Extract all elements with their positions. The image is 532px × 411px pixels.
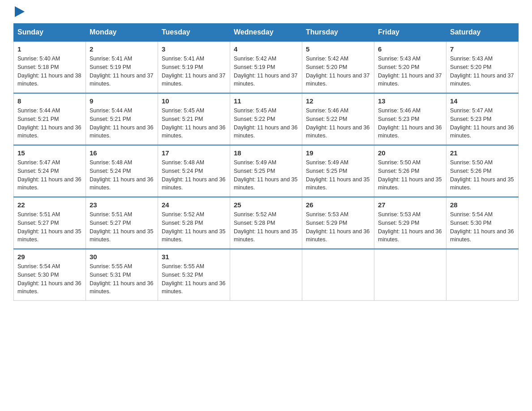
calendar-cell: 14Sunrise: 5:47 AMSunset: 5:23 PMDayligh…	[446, 93, 519, 145]
calendar-cell: 26Sunrise: 5:53 AMSunset: 5:29 PMDayligh…	[302, 197, 374, 249]
calendar-cell	[374, 249, 446, 301]
calendar-cell: 12Sunrise: 5:46 AMSunset: 5:22 PMDayligh…	[302, 93, 374, 145]
calendar-header-saturday: Saturday	[446, 24, 519, 42]
day-info: Sunrise: 5:49 AMSunset: 5:25 PMDaylight:…	[234, 158, 298, 192]
day-number: 28	[450, 201, 515, 209]
day-info: Sunrise: 5:54 AMSunset: 5:30 PMDaylight:…	[17, 262, 82, 296]
day-info: Sunrise: 5:48 AMSunset: 5:24 PMDaylight:…	[90, 158, 154, 192]
day-number: 10	[162, 97, 226, 105]
day-info: Sunrise: 5:50 AMSunset: 5:26 PMDaylight:…	[450, 158, 515, 192]
calendar-cell: 8Sunrise: 5:44 AMSunset: 5:21 PMDaylight…	[14, 93, 86, 145]
day-info: Sunrise: 5:55 AMSunset: 5:32 PMDaylight:…	[162, 262, 226, 296]
calendar-week-row: 15Sunrise: 5:47 AMSunset: 5:24 PMDayligh…	[14, 145, 519, 197]
day-number: 21	[450, 149, 515, 157]
day-number: 3	[162, 45, 226, 53]
day-number: 7	[450, 45, 515, 53]
svg-marker-0	[15, 6, 25, 17]
day-number: 25	[234, 201, 298, 209]
day-info: Sunrise: 5:46 AMSunset: 5:22 PMDaylight:…	[306, 107, 370, 140]
calendar-header-sunday: Sunday	[14, 24, 86, 42]
calendar-cell: 6Sunrise: 5:43 AMSunset: 5:20 PMDaylight…	[374, 41, 446, 93]
day-number: 9	[90, 97, 154, 105]
day-info: Sunrise: 5:49 AMSunset: 5:25 PMDaylight:…	[306, 158, 370, 192]
day-info: Sunrise: 5:55 AMSunset: 5:31 PMDaylight:…	[90, 262, 154, 296]
day-number: 4	[234, 45, 298, 53]
calendar-cell: 13Sunrise: 5:46 AMSunset: 5:23 PMDayligh…	[374, 93, 446, 145]
day-number: 18	[234, 149, 298, 157]
day-info: Sunrise: 5:47 AMSunset: 5:24 PMDaylight:…	[17, 158, 82, 192]
calendar-header-thursday: Thursday	[302, 24, 374, 42]
calendar-cell: 11Sunrise: 5:45 AMSunset: 5:22 PMDayligh…	[230, 93, 302, 145]
day-info: Sunrise: 5:42 AMSunset: 5:20 PMDaylight:…	[306, 55, 370, 88]
calendar-cell: 21Sunrise: 5:50 AMSunset: 5:26 PMDayligh…	[446, 145, 519, 197]
calendar-cell	[302, 249, 374, 301]
day-info: Sunrise: 5:51 AMSunset: 5:27 PMDaylight:…	[17, 210, 82, 244]
calendar-cell: 9Sunrise: 5:44 AMSunset: 5:21 PMDaylight…	[86, 93, 158, 145]
calendar-cell: 16Sunrise: 5:48 AMSunset: 5:24 PMDayligh…	[86, 145, 158, 197]
day-number: 31	[162, 253, 226, 261]
day-info: Sunrise: 5:51 AMSunset: 5:27 PMDaylight:…	[90, 210, 154, 244]
day-number: 20	[378, 149, 442, 157]
page-header	[13, 9, 519, 19]
day-number: 15	[17, 149, 82, 157]
calendar-cell: 7Sunrise: 5:43 AMSunset: 5:20 PMDaylight…	[446, 41, 519, 93]
day-info: Sunrise: 5:43 AMSunset: 5:20 PMDaylight:…	[450, 55, 515, 88]
calendar-header-monday: Monday	[86, 24, 158, 42]
day-number: 8	[17, 97, 82, 105]
calendar-cell: 4Sunrise: 5:42 AMSunset: 5:19 PMDaylight…	[230, 41, 302, 93]
calendar-cell: 31Sunrise: 5:55 AMSunset: 5:32 PMDayligh…	[158, 249, 230, 301]
calendar-cell: 22Sunrise: 5:51 AMSunset: 5:27 PMDayligh…	[14, 197, 86, 249]
calendar-cell: 28Sunrise: 5:54 AMSunset: 5:30 PMDayligh…	[446, 197, 519, 249]
day-number: 24	[162, 201, 226, 209]
calendar-cell: 25Sunrise: 5:52 AMSunset: 5:28 PMDayligh…	[230, 197, 302, 249]
calendar-cell: 19Sunrise: 5:49 AMSunset: 5:25 PMDayligh…	[302, 145, 374, 197]
day-info: Sunrise: 5:52 AMSunset: 5:28 PMDaylight:…	[162, 210, 226, 244]
calendar-cell: 24Sunrise: 5:52 AMSunset: 5:28 PMDayligh…	[158, 197, 230, 249]
day-number: 2	[90, 45, 154, 53]
day-number: 11	[234, 97, 298, 105]
calendar-cell: 15Sunrise: 5:47 AMSunset: 5:24 PMDayligh…	[14, 145, 86, 197]
calendar-week-row: 29Sunrise: 5:54 AMSunset: 5:30 PMDayligh…	[14, 249, 519, 301]
day-number: 17	[162, 149, 226, 157]
day-info: Sunrise: 5:53 AMSunset: 5:29 PMDaylight:…	[378, 210, 442, 244]
calendar-cell: 29Sunrise: 5:54 AMSunset: 5:30 PMDayligh…	[14, 249, 86, 301]
day-info: Sunrise: 5:46 AMSunset: 5:23 PMDaylight:…	[378, 107, 442, 140]
calendar-week-row: 1Sunrise: 5:40 AMSunset: 5:18 PMDaylight…	[14, 41, 519, 93]
calendar-header-row: SundayMondayTuesdayWednesdayThursdayFrid…	[14, 24, 519, 42]
logo-arrow-icon	[15, 6, 25, 17]
day-info: Sunrise: 5:44 AMSunset: 5:21 PMDaylight:…	[17, 107, 82, 140]
day-number: 26	[306, 201, 370, 209]
day-info: Sunrise: 5:40 AMSunset: 5:18 PMDaylight:…	[17, 55, 82, 88]
calendar-cell: 10Sunrise: 5:45 AMSunset: 5:21 PMDayligh…	[158, 93, 230, 145]
day-number: 29	[17, 253, 82, 261]
day-info: Sunrise: 5:41 AMSunset: 5:19 PMDaylight:…	[90, 55, 154, 88]
calendar-cell: 3Sunrise: 5:41 AMSunset: 5:19 PMDaylight…	[158, 41, 230, 93]
day-number: 19	[306, 149, 370, 157]
day-number: 5	[306, 45, 370, 53]
calendar-cell: 1Sunrise: 5:40 AMSunset: 5:18 PMDaylight…	[14, 41, 86, 93]
day-number: 16	[90, 149, 154, 157]
day-number: 1	[17, 45, 82, 53]
day-number: 6	[378, 45, 442, 53]
day-number: 13	[378, 97, 442, 105]
day-info: Sunrise: 5:44 AMSunset: 5:21 PMDaylight:…	[90, 107, 154, 140]
calendar-header-wednesday: Wednesday	[230, 24, 302, 42]
calendar-cell: 2Sunrise: 5:41 AMSunset: 5:19 PMDaylight…	[86, 41, 158, 93]
day-info: Sunrise: 5:43 AMSunset: 5:20 PMDaylight:…	[378, 55, 442, 88]
calendar-header-friday: Friday	[374, 24, 446, 42]
day-number: 27	[378, 201, 442, 209]
day-info: Sunrise: 5:47 AMSunset: 5:23 PMDaylight:…	[450, 107, 515, 140]
calendar-cell	[446, 249, 519, 301]
calendar-cell: 17Sunrise: 5:48 AMSunset: 5:24 PMDayligh…	[158, 145, 230, 197]
day-info: Sunrise: 5:52 AMSunset: 5:28 PMDaylight:…	[234, 210, 298, 244]
day-number: 30	[90, 253, 154, 261]
calendar-cell: 23Sunrise: 5:51 AMSunset: 5:27 PMDayligh…	[86, 197, 158, 249]
logo	[13, 9, 25, 19]
day-info: Sunrise: 5:50 AMSunset: 5:26 PMDaylight:…	[378, 158, 442, 192]
calendar-cell: 5Sunrise: 5:42 AMSunset: 5:20 PMDaylight…	[302, 41, 374, 93]
day-number: 23	[90, 201, 154, 209]
day-info: Sunrise: 5:42 AMSunset: 5:19 PMDaylight:…	[234, 55, 298, 88]
day-info: Sunrise: 5:41 AMSunset: 5:19 PMDaylight:…	[162, 55, 226, 88]
day-number: 14	[450, 97, 515, 105]
calendar-week-row: 8Sunrise: 5:44 AMSunset: 5:21 PMDaylight…	[14, 93, 519, 145]
